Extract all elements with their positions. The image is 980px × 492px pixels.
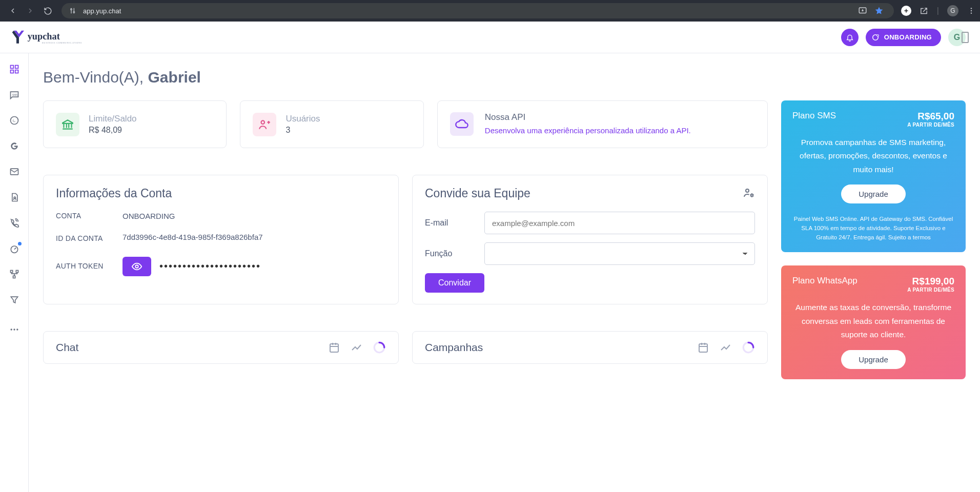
svg-rect-14: [10, 66, 13, 69]
welcome-name: Gabriel: [148, 69, 201, 86]
trend-icon[interactable]: [719, 341, 732, 354]
role-select[interactable]: [484, 242, 755, 265]
account-id-label: ID DA CONTA: [56, 233, 122, 244]
promo-sms-price: R$65,00: [907, 111, 954, 122]
nav-reload-icon[interactable]: [43, 6, 52, 15]
svg-rect-16: [10, 70, 13, 73]
manage-team-icon[interactable]: [743, 187, 755, 199]
logo[interactable]: yupchat BUSINESS COMMUNICATIONS: [11, 29, 88, 46]
browser-profile-avatar[interactable]: G: [947, 5, 958, 16]
account-value: ONBOARDING: [122, 212, 175, 220]
svg-point-3: [73, 11, 75, 13]
onboarding-button[interactable]: ONBOARDING: [866, 29, 941, 46]
svg-point-27: [13, 329, 15, 330]
onboarding-label: ONBOARDING: [884, 33, 932, 41]
svg-point-26: [10, 329, 12, 330]
account-info-card: Informações da Conta CONTA ONBOARDING ID…: [43, 175, 399, 304]
svg-rect-23: [10, 271, 12, 273]
svg-point-8: [971, 10, 972, 11]
nav-more-icon[interactable]: [9, 324, 20, 335]
browser-menu-icon[interactable]: [967, 6, 976, 15]
nav-speed-icon[interactable]: [9, 243, 20, 254]
bookmark-star-icon[interactable]: [874, 6, 884, 15]
nav-whatsapp-icon[interactable]: [9, 115, 20, 126]
nav-voice-icon[interactable]: [9, 217, 20, 229]
users-label: Usuários: [285, 114, 320, 124]
chat-title: Chat: [56, 341, 78, 354]
promo-wa-per: A PARTIR DE/MÊS: [907, 287, 954, 293]
welcome-heading: Bem-Vindo(A), Gabriel: [43, 69, 966, 86]
svg-point-32: [751, 194, 753, 196]
promo-wa-upgrade-button[interactable]: Upgrade: [841, 350, 906, 369]
browser-toolbar: app.yup.chat | G: [0, 0, 980, 22]
promo-whatsapp-card: Plano WhatsApp R$199,00 A PARTIR DE/MÊS …: [781, 265, 966, 379]
install-app-icon[interactable]: [858, 6, 867, 15]
app-header: yupchat BUSINESS COMMUNICATIONS ONBOARDI…: [0, 22, 980, 53]
nav-google-icon[interactable]: [9, 140, 20, 152]
nav-filter-icon[interactable]: [9, 294, 20, 305]
reveal-token-button[interactable]: [122, 257, 151, 276]
svg-point-31: [746, 189, 749, 192]
email-input[interactable]: [484, 212, 755, 234]
svg-rect-24: [16, 271, 18, 273]
invite-button[interactable]: Convidar: [425, 273, 484, 293]
campaigns-title: Campanhas: [425, 341, 483, 354]
role-label: Função: [425, 249, 484, 258]
campaigns-card: Campanhas: [412, 331, 768, 364]
account-title: Informações da Conta: [56, 187, 386, 200]
api-card[interactable]: Nossa API Desenvolva uma experiência per…: [437, 100, 768, 148]
account-id-value: 7dd3996c-4e8d-419a-985f-f369a826bfa7: [122, 233, 263, 244]
promo-sms-foot: Painel Web SMS Online. API de Gateway do…: [792, 215, 954, 242]
bank-icon: [56, 113, 79, 136]
svg-point-0: [71, 9, 72, 10]
svg-point-9: [971, 12, 972, 13]
auth-token-masked: ••••••••••••••••••••••: [159, 260, 261, 272]
left-sidebar: SMS: [0, 53, 29, 492]
promo-sms-desc: Promova campanhas de SMS marketing, ofer…: [792, 136, 954, 176]
calendar-icon[interactable]: [697, 341, 710, 354]
invite-title: Convide sua Equipe: [425, 187, 530, 200]
svg-point-22: [11, 246, 17, 253]
cloud-icon: [450, 112, 474, 136]
balance-value: R$ 48,09: [89, 126, 137, 135]
loading-spinner-icon: [742, 341, 755, 354]
promo-wa-desc: Aumente as taxas de conversão, transform…: [792, 301, 954, 341]
nav-dashboard-icon[interactable]: [9, 64, 20, 75]
nav-email-icon[interactable]: [9, 166, 20, 177]
nav-document-icon[interactable]: [9, 192, 20, 203]
svg-point-19: [10, 117, 18, 125]
promo-sms-upgrade-button[interactable]: Upgrade: [841, 184, 906, 203]
svg-rect-35: [699, 344, 707, 352]
svg-point-29: [261, 120, 265, 124]
svg-text:SMS: SMS: [12, 93, 17, 96]
api-desc: Desenvolva uma experiência personalizada…: [485, 125, 691, 136]
svg-rect-25: [13, 276, 15, 278]
account-label: CONTA: [56, 212, 122, 220]
welcome-greeting: Bem-Vindo(A),: [43, 69, 144, 86]
nav-back-icon[interactable]: [8, 6, 17, 15]
site-settings-icon[interactable]: [69, 6, 78, 15]
new-tab-plus-icon[interactable]: [901, 6, 911, 16]
trend-icon[interactable]: [350, 341, 363, 354]
nav-forward-icon[interactable]: [26, 6, 35, 15]
svg-point-30: [135, 265, 138, 268]
svg-text:yupchat: yupchat: [28, 31, 60, 42]
svg-point-7: [971, 8, 972, 9]
auth-token-label: AUTH TOKEN: [56, 260, 122, 272]
url-text: app.yup.chat: [83, 7, 121, 15]
calendar-icon[interactable]: [328, 341, 341, 354]
nav-flow-icon[interactable]: [9, 269, 20, 280]
chat-card: Chat: [43, 331, 399, 364]
extensions-icon[interactable]: [920, 6, 929, 15]
users-card: Usuários 3: [240, 100, 423, 148]
notifications-bell-button[interactable]: [841, 29, 859, 46]
battery-icon: [962, 32, 969, 43]
browser-omnibox[interactable]: app.yup.chat: [62, 3, 894, 18]
svg-text:BUSINESS COMMUNICATIONS: BUSINESS COMMUNICATIONS: [42, 42, 82, 44]
balance-label: Limite/Saldo: [89, 114, 137, 124]
svg-rect-15: [15, 66, 18, 69]
svg-rect-17: [15, 70, 18, 73]
nav-sms-icon[interactable]: SMS: [9, 89, 20, 100]
promo-sms-card: Plano SMS R$65,00 A PARTIR DE/MÊS Promov…: [781, 100, 966, 252]
invite-team-card: Convide sua Equipe E-mail Função Convida…: [412, 175, 768, 304]
